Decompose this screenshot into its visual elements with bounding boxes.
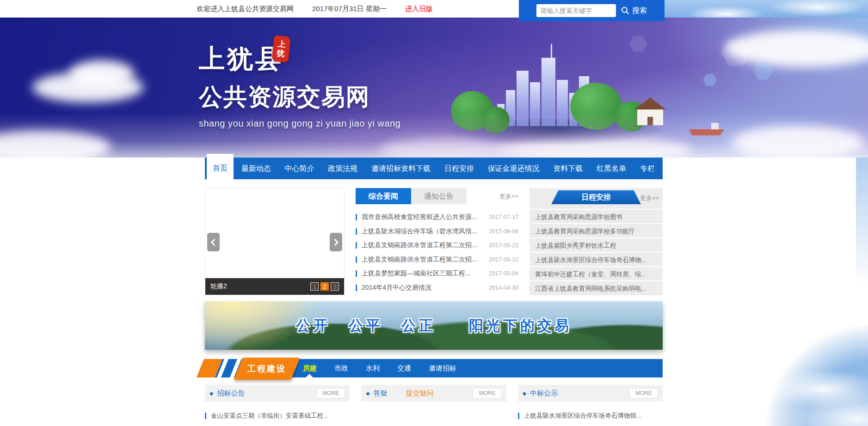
old-version-link[interactable]: 进入旧版 [405, 5, 433, 13]
section-label: 工程建设 [234, 358, 300, 380]
nav-item[interactable]: 专栏 [634, 158, 661, 179]
news-item-date: 2017-05-22 [489, 242, 518, 249]
site-title-line2: 公共资源交易网 [199, 81, 400, 113]
site-title-line1: 上犹县 [199, 42, 400, 77]
list-item[interactable]: 上犹县陡水湖景区综合停车场奇石博物馆... [518, 409, 663, 423]
section-tab[interactable]: 市政 [334, 364, 348, 373]
news-list-item[interactable]: 上犹县文锦南路供水管道工程第二次招... 2017-05-22 [356, 238, 518, 253]
carousel-next-button[interactable] [330, 233, 342, 251]
schedule-list-item[interactable]: 上犹县教育局采购思源学校图书 [529, 209, 663, 223]
house-decoration [637, 97, 666, 125]
site-logo: 上犹 上犹县 公共资源交易网 shang you xian gong gong … [199, 42, 400, 129]
schedule-list-item[interactable]: 上犹县紫阳乡秀罗村饮水工程 [529, 237, 663, 252]
column-header: ◆ 答疑 提交疑问 MORE [361, 385, 506, 402]
news-list-item[interactable]: 我市首例高校食堂经营权进入公共资源... 2017-07-17 [356, 210, 518, 225]
nav-item[interactable]: 红黑名单 [591, 158, 632, 179]
news-list-item[interactable]: 上犹县文锦南路供水管道工程第二次招... 2017-05-22 [356, 253, 518, 267]
section-tab[interactable]: 邀请招标 [429, 364, 456, 373]
list-item[interactable]: 金山安置点三期（非临街）安置基础工程... [205, 409, 350, 423]
section-tab[interactable]: 房建 [303, 364, 317, 373]
tree-decoration [615, 101, 647, 132]
sky-decoration-bottom-right [729, 294, 868, 426]
carousel-page-button[interactable]: 3 [331, 282, 339, 291]
item-bullet-bar [356, 285, 357, 291]
main-content: 轮播2 1 2 3 综合要闻 通知公告 [205, 188, 663, 423]
news-list-item[interactable]: 上犹县梦想家园—城南社区三期工程... 2017-05-04 [356, 267, 518, 281]
carousel-caption-bar: 轮播2 1 2 3 [205, 278, 344, 295]
news-item-title[interactable]: 上犹县文锦南路供水管道工程第二次招... [362, 241, 489, 250]
schedule-list-item[interactable]: 上犹县陡水湖景区综合停车场奇石博物... [529, 252, 663, 266]
list-item-title[interactable]: 金山安置点三期（非临街）安置基础工程... [211, 412, 350, 420]
more-button[interactable]: MORE [473, 388, 502, 398]
schedule-list-item[interactable]: 上犹县教育局采购思源学校多功能厅 [529, 223, 663, 237]
news-item-title[interactable]: 我市首例高校食堂经营权进入公共资源... [362, 213, 489, 221]
nav-item[interactable]: 中心简介 [279, 158, 320, 179]
column-title[interactable]: 答疑 [374, 389, 388, 398]
slogan-word: 公正 [401, 316, 436, 335]
news-item-title[interactable]: 上犹县文锦南路供水管道工程第二次招... [362, 256, 489, 264]
site-title-pinyin: shang you xian gong gong zi yuan jiao yi… [199, 118, 400, 129]
tree-decoration [570, 83, 622, 130]
diamond-icon: ◆ [366, 390, 369, 396]
sky-decoration-right-edge [856, 158, 868, 287]
news-item-date: 2017-05-22 [489, 256, 518, 263]
hexagon-decoration [703, 74, 717, 86]
welcome-text: 欢迎进入上犹县公共资源交易网 [197, 5, 294, 13]
section-tab[interactable]: 水利 [366, 364, 380, 373]
hexagon-decoration [753, 62, 773, 79]
carousel-page-button[interactable]: 1 [310, 282, 319, 291]
carousel-caption: 轮播2 [210, 282, 227, 291]
more-button[interactable]: MORE [316, 388, 345, 398]
carousel-page-button[interactable]: 2 [320, 282, 329, 291]
nav-item[interactable]: 政策法规 [322, 158, 363, 179]
section-tab[interactable]: 交通 [397, 364, 411, 373]
nav-item[interactable]: 最新动态 [235, 158, 277, 179]
news-more-link[interactable]: 更多>> [499, 192, 518, 201]
news-item-date: 2014-04-30 [489, 285, 518, 291]
column-title[interactable]: 招标公告 [217, 389, 245, 398]
tower-spire [551, 44, 552, 58]
more-button[interactable]: MORE [629, 388, 658, 398]
slogan-text: 公开 公平 公正 [296, 316, 436, 335]
item-bullet-bar [518, 413, 519, 419]
item-bullet-bar [356, 270, 357, 277]
search-button[interactable]: 搜索 [621, 6, 647, 16]
news-list-item[interactable]: 2014年4月中心交易情况 2014-04-30 [356, 281, 518, 295]
hero-banner: 上犹 上犹县 公共资源交易网 shang you xian gong gong … [0, 18, 868, 158]
carousel-prev-button[interactable] [207, 233, 220, 251]
nav-item[interactable]: 保证金退还情况 [482, 158, 546, 179]
news-item-title[interactable]: 上犹县梦想家园—城南社区三期工程... [362, 269, 489, 278]
column-list: 上犹县陡水湖景区综合停车场奇石博物馆... [518, 409, 663, 423]
diamond-icon: ◆ [523, 390, 526, 396]
news-item-title[interactable]: 上犹县陡水湖综合停车场（碧水湾风情... [362, 227, 489, 236]
nav-item[interactable]: 邀请招标资料下载 [365, 158, 437, 179]
column-header: ◆ 招标公告 MORE [205, 385, 350, 402]
tab-notices[interactable]: 通知公告 [411, 188, 467, 204]
nav-item[interactable]: 日程安排 [438, 158, 480, 179]
news-list-item[interactable]: 上犹县陡水湖综合停车场（碧水湾风情... 2017-06-06 [356, 225, 518, 239]
submit-question-link[interactable]: 提交疑问 [406, 389, 434, 398]
schedule-list-item[interactable]: 黄埠初中迁建工程（食堂、周转房、综... [529, 266, 663, 280]
slogan-word: 公平 [349, 316, 383, 335]
floating-island [443, 119, 665, 146]
schedule-title-ribbon: 日程安排 [551, 190, 641, 204]
news-panel: 综合要闻 通知公告 更多>> 我市首例高校食堂经营权进入公共资源... 2017… [356, 188, 518, 295]
item-bullet-bar [356, 214, 357, 220]
tab-general-news[interactable]: 综合要闻 [356, 188, 411, 204]
nav-item[interactable]: 资料下载 [547, 158, 589, 179]
column-tender-announcements: ◆ 招标公告 MORE 金山安置点三期（非临街）安置基础工程... [205, 385, 350, 423]
cloud-decoration [725, 30, 868, 67]
news-item-title[interactable]: 2014年4月中心交易情况 [362, 284, 489, 292]
list-item-title[interactable]: 上犹县陡水湖景区综合停车场奇石博物馆... [524, 412, 663, 420]
ship-decoration [689, 123, 724, 135]
schedule-list-item[interactable]: 江西省上犹县教育局弱电系统采购弱电... [529, 280, 663, 295]
cloud-decoration [731, 126, 865, 158]
column-title[interactable]: 中标公示 [530, 389, 558, 398]
tree-decoration [451, 91, 493, 131]
nav-item[interactable]: 首页 [207, 154, 234, 179]
section-tabs: 房建 市政 水利 交通 邀请招标 [303, 359, 456, 377]
news-list: 我市首例高校食堂经营权进入公共资源... 2017-07-17 上犹县陡水湖综合… [356, 210, 518, 295]
column-award-announcements: ◆ 中标公示 MORE 上犹县陡水湖景区综合停车场奇石博物馆... [518, 385, 663, 423]
schedule-more-link[interactable]: 更多>> [640, 194, 659, 202]
search-input[interactable] [536, 4, 616, 17]
